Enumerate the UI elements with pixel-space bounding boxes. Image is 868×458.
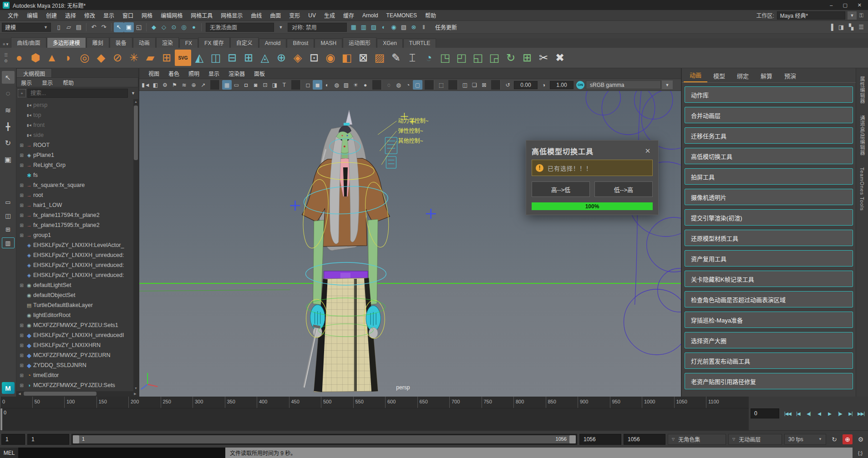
menu-item[interactable]: 帮助: [421, 11, 440, 19]
layout-icon[interactable]: ▭: [2, 196, 15, 207]
high-low-switch-dialog[interactable]: 高低模型切换工具 ✕ ! 已有选择！！！ 高-->低 低-->高 100%: [526, 140, 659, 215]
dialog-close-icon[interactable]: ✕: [643, 147, 653, 155]
shelf-tool-icon[interactable]: ◆: [93, 50, 109, 66]
outliner-item[interactable]: ⊞ → hair1_LOW: [18, 200, 133, 210]
outliner-item[interactable]: ⊞ → group1: [18, 230, 133, 240]
lock-icon[interactable]: ⚿: [859, 12, 863, 19]
viewport-icon[interactable]: ◍: [332, 80, 341, 90]
menu-item[interactable]: 网格: [137, 11, 157, 19]
shelf-tab[interactable]: 装备: [110, 37, 132, 48]
expand-icon[interactable]: ⊞: [18, 203, 25, 208]
viewport-icon[interactable]: ◨: [270, 80, 279, 90]
timeline-tick[interactable]: 400: [257, 397, 289, 408]
viewport-icon[interactable]: ◘: [241, 80, 251, 90]
viewport-icon[interactable]: ❏: [470, 80, 479, 90]
timeline-track[interactable]: 0: [0, 408, 749, 430]
shelf-tab[interactable]: FX 缓存: [198, 37, 230, 48]
viewport-menu-item[interactable]: 照明: [184, 70, 204, 77]
shelf-tab[interactable]: Bifrost: [287, 39, 314, 48]
status-icon[interactable]: ◱: [134, 22, 144, 32]
outliner-item[interactable]: ⊞ → ReLight_Grp: [18, 160, 133, 170]
menu-item[interactable]: 生成: [320, 11, 339, 19]
timeline-tick[interactable]: 750: [482, 397, 514, 408]
outliner-item[interactable]: ⊞ ◆ EHSKLFpvZY_LNXIXHRN: [18, 340, 133, 350]
playback-button[interactable]: |◀: [793, 408, 803, 418]
timeline-tick[interactable]: 50: [32, 397, 65, 408]
current-frame-field[interactable]: 0: [751, 408, 779, 418]
playback-button[interactable]: ▶|: [845, 408, 856, 418]
shelf-tool-icon[interactable]: ◧: [339, 50, 355, 66]
status-icon[interactable]: ⊙: [169, 22, 179, 32]
shelf-tool-icon[interactable]: ◉: [322, 50, 339, 66]
shelf-tab[interactable]: TURTLE: [403, 39, 436, 48]
outliner-item[interactable]: ⊞ → ROOT: [18, 140, 133, 150]
shelf-side-icon[interactable]: ⚙: [4, 59, 8, 63]
viewport-icon[interactable]: ⊕: [189, 80, 198, 90]
color-mgmt-on-icon[interactable]: ON: [576, 81, 584, 89]
playback-loop-icon[interactable]: ↻: [828, 436, 840, 443]
shelf-tool-icon[interactable]: ◳: [437, 50, 453, 66]
timeline-tick[interactable]: 100: [64, 397, 96, 408]
shelf-tool-icon[interactable]: ⊡: [306, 50, 322, 66]
viewport-icon[interactable]: ◙: [251, 80, 260, 90]
chevron-down-icon[interactable]: ▼: [276, 22, 286, 32]
layout-icon[interactable]: ⊞: [2, 224, 15, 235]
viewport-icon[interactable]: ◻: [303, 80, 313, 90]
fps-select[interactable]: 30 fps ▼: [784, 434, 826, 445]
search-dropdown-arrow-icon[interactable]: ▼: [129, 91, 137, 96]
expand-icon[interactable]: ⊞: [18, 143, 25, 148]
outliner-item[interactable]: ⊞ ◈ pPlane1: [18, 150, 133, 160]
viewport-menu-item[interactable]: 面板: [249, 70, 269, 77]
expand-icon[interactable]: ⊞: [18, 373, 25, 378]
tool-icon[interactable]: ╋: [2, 120, 15, 133]
tool-button[interactable]: 提交引擎渲染(初渲): [685, 209, 853, 226]
status-icon[interactable]: ▦: [349, 22, 359, 32]
shelf-menu-icon[interactable]: ≡ ▾: [2, 42, 11, 48]
menu-item[interactable]: 文件: [4, 11, 23, 19]
outliner-item[interactable]: ⊞ ◆ EHSKLFpvZY_LNXIXH_unreducedI: [18, 330, 133, 340]
exposure-field[interactable]: 0.00: [514, 81, 538, 89]
viewport-icon[interactable]: [291, 80, 301, 90]
shelf-tab[interactable]: MASH: [315, 39, 342, 48]
viewport-icon[interactable]: ⊠: [479, 80, 489, 90]
outliner-search-input[interactable]: [27, 89, 128, 98]
viewport-canvas[interactable]: 动力学控制~ 弹性控制~ 其他控制~ persp: [139, 91, 681, 397]
shelf-tool-icon[interactable]: ◎: [76, 50, 93, 66]
shelf-tool-icon[interactable]: ✳: [126, 50, 142, 66]
outliner-item[interactable]: ◉ lightEditorRoot: [18, 310, 133, 320]
status-icon[interactable]: ▧: [399, 22, 409, 32]
mel-input[interactable]: [18, 448, 225, 458]
viewport-icon[interactable]: ◍: [394, 80, 403, 90]
viewport-menu-item[interactable]: 渲染器: [224, 70, 249, 77]
shelf-tool-icon[interactable]: ◗: [60, 50, 76, 66]
expand-icon[interactable]: ⊞: [18, 363, 25, 368]
expand-icon[interactable]: ⊞: [18, 213, 25, 218]
mode-selector[interactable]: 建模▼: [2, 23, 51, 32]
viewport-icon[interactable]: ☀: [351, 80, 360, 90]
tool-icon[interactable]: ≋: [2, 104, 15, 116]
shelf-tool-icon[interactable]: ◈: [289, 50, 306, 66]
shelf-tab[interactable]: 自定义: [230, 37, 259, 48]
outliner-item[interactable]: ∗ fs: [18, 170, 133, 180]
sidebar-vertical-tab[interactable]: TeamOnes Tools: [859, 167, 865, 211]
expand-icon[interactable]: ⊞: [18, 183, 25, 188]
playback-button[interactable]: ▶: [824, 408, 835, 418]
playback-button[interactable]: |◀◀: [782, 408, 793, 418]
script-editor-icon[interactable]: {;}: [858, 450, 863, 456]
outliner-item[interactable]: ⊞ ◉ MCXFZZFMWXZ_PYJZEU:Sets1: [18, 320, 133, 330]
shelf-tool-icon[interactable]: ⊕: [273, 50, 289, 66]
status-icon[interactable]: [201, 23, 202, 31]
menu-item[interactable]: 修改: [80, 11, 99, 19]
tab-rigging[interactable]: 绑定: [731, 69, 755, 82]
viewport-icon[interactable]: T: [279, 80, 289, 90]
status-icon[interactable]: ↷: [99, 22, 109, 32]
outliner-item[interactable]: ⊞ ◔ timeEditor: [18, 370, 133, 380]
timeline-tick[interactable]: 800: [513, 397, 546, 408]
playback-start-field[interactable]: 1: [27, 434, 69, 445]
expand-icon[interactable]: ⊞: [18, 343, 25, 348]
minimize-button[interactable]: –: [830, 2, 832, 8]
status-icon[interactable]: ▨: [369, 22, 379, 32]
tool-button[interactable]: 动作库: [685, 86, 853, 103]
tool-icon[interactable]: ▣: [2, 153, 15, 166]
range-slider[interactable]: 1 1056: [71, 434, 577, 445]
